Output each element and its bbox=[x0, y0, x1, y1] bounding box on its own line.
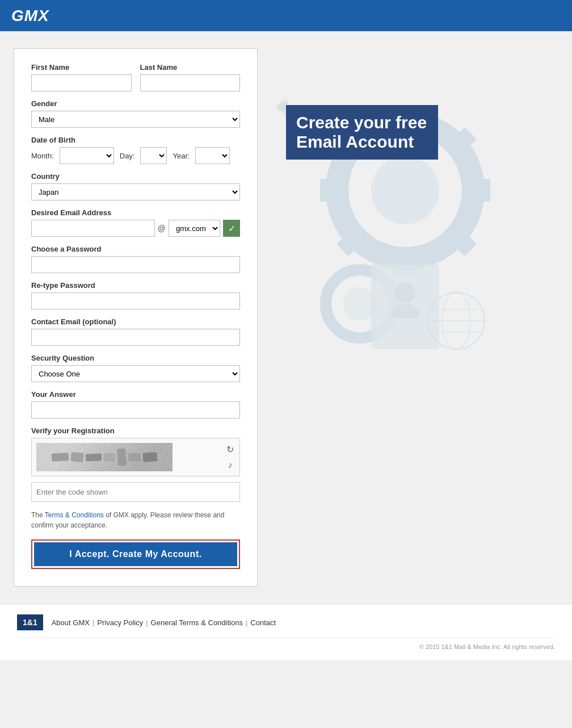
email-domain-select[interactable]: gmx.com gmx.net gmx.us bbox=[169, 220, 220, 237]
promo-decoration bbox=[258, 48, 513, 389]
dob-group: Date of Birth Month: JanuaryFebruaryMarc… bbox=[31, 136, 240, 164]
last-name-group: Last Name bbox=[140, 63, 241, 91]
gender-select[interactable]: Male Female bbox=[31, 111, 240, 128]
contact-email-group: Contact Email (optional) bbox=[31, 317, 240, 346]
registration-form: First Name Last Name Gender Male Female … bbox=[14, 48, 258, 587]
dob-row: Month: JanuaryFebruaryMarch AprilMayJune… bbox=[31, 147, 240, 164]
promo-text-box: Create your free Email Account bbox=[286, 105, 438, 160]
svg-rect-5 bbox=[470, 179, 490, 202]
promo-line2: Email Account bbox=[296, 132, 427, 152]
email-row: @ gmx.com gmx.net gmx.us ✓ bbox=[31, 220, 240, 237]
security-label: Security Question bbox=[31, 354, 240, 362]
retype-password-input[interactable] bbox=[31, 292, 240, 309]
captcha-controls: ↻ ♪ bbox=[225, 443, 235, 471]
contact-label: Contact Email (optional) bbox=[31, 317, 240, 326]
retype-password-group: Re-type Password bbox=[31, 281, 240, 309]
gender-group: Gender Male Female bbox=[31, 99, 240, 128]
checkmark-icon: ✓ bbox=[228, 223, 235, 234]
first-name-input[interactable] bbox=[31, 74, 132, 91]
first-name-group: First Name bbox=[31, 63, 132, 91]
dob-label: Date of Birth bbox=[31, 136, 240, 144]
password-group: Choose a Password bbox=[31, 245, 240, 273]
dob-year-select[interactable]: 1990199119921993 1994199519961997 199819… bbox=[195, 147, 230, 164]
contact-email-input[interactable] bbox=[31, 329, 240, 346]
name-row: First Name Last Name bbox=[31, 63, 240, 91]
country-group: Country Japan United States United Kingd… bbox=[31, 172, 240, 200]
submit-button[interactable]: I Accept. Create My Account. bbox=[34, 542, 237, 566]
header: GMX bbox=[0, 0, 572, 31]
dob-month-label: Month: bbox=[31, 152, 54, 160]
terms-link[interactable]: Terms & Conditions bbox=[45, 511, 104, 519]
verify-group: Verify your Registration bbox=[31, 426, 240, 502]
email-input[interactable] bbox=[31, 220, 155, 237]
gender-label: Gender bbox=[31, 99, 240, 108]
privacy-link[interactable]: Privacy Policy bbox=[97, 618, 143, 627]
email-check-button[interactable]: ✓ bbox=[223, 220, 240, 237]
captcha-refresh-button[interactable]: ↻ bbox=[225, 443, 235, 456]
terms-text: The Terms & Conditions of GMX apply. Ple… bbox=[31, 510, 240, 530]
last-name-input[interactable] bbox=[140, 74, 241, 91]
svg-rect-4 bbox=[320, 179, 340, 202]
terms-link[interactable]: General Terms & Conditions bbox=[151, 618, 243, 627]
country-select[interactable]: Japan United States United Kingdom Germa… bbox=[31, 183, 240, 200]
email-label: Desired Email Address bbox=[31, 208, 240, 217]
dob-year-label: Year: bbox=[173, 152, 190, 160]
gmx-logo: GMX bbox=[11, 7, 49, 25]
captcha-input[interactable] bbox=[31, 482, 240, 502]
captcha-box: ↻ ♪ bbox=[31, 438, 240, 476]
footer-copyright: © 2015 1&1 Mail & Media Inc. All rights … bbox=[17, 637, 555, 650]
contact-link[interactable]: Contact bbox=[250, 618, 276, 627]
promo-area: Create your free Email Account bbox=[258, 48, 558, 587]
captcha-image bbox=[36, 443, 173, 471]
security-question-group: Security Question Choose One What is you… bbox=[31, 354, 240, 382]
password-label: Choose a Password bbox=[31, 245, 240, 253]
answer-input[interactable] bbox=[31, 401, 240, 419]
last-name-label: Last Name bbox=[140, 63, 241, 72]
at-sign: @ bbox=[158, 224, 166, 233]
retype-label: Re-type Password bbox=[31, 281, 240, 290]
password-input[interactable] bbox=[31, 256, 240, 273]
verify-label: Verify your Registration bbox=[31, 426, 240, 435]
first-name-label: First Name bbox=[31, 63, 132, 72]
dob-day-select[interactable]: 12345 678910 1520253031 bbox=[140, 147, 167, 164]
footer: 1&1 About GMX | Privacy Policy | General… bbox=[0, 604, 572, 660]
svg-point-14 bbox=[395, 282, 415, 303]
about-link[interactable]: About GMX bbox=[52, 618, 90, 627]
submit-button-wrapper: I Accept. Create My Account. bbox=[31, 539, 240, 569]
promo-line1: Create your free bbox=[296, 113, 427, 132]
answer-group: Your Answer bbox=[31, 390, 240, 419]
email-group: Desired Email Address @ gmx.com gmx.net … bbox=[31, 208, 240, 237]
security-question-select[interactable]: Choose One What is your mother's maiden … bbox=[31, 365, 240, 382]
footer-brand: 1&1 bbox=[17, 614, 43, 630]
footer-links: About GMX | Privacy Policy | General Ter… bbox=[52, 618, 276, 627]
footer-top: 1&1 About GMX | Privacy Policy | General… bbox=[17, 614, 555, 630]
svg-point-1 bbox=[371, 156, 439, 224]
answer-label: Your Answer bbox=[31, 390, 240, 399]
dob-day-label: Day: bbox=[120, 152, 135, 160]
dob-month-select[interactable]: JanuaryFebruaryMarch AprilMayJune JulyAu… bbox=[60, 147, 114, 164]
main-content: First Name Last Name Gender Male Female … bbox=[2, 48, 570, 587]
country-label: Country bbox=[31, 172, 240, 181]
captcha-audio-button[interactable]: ♪ bbox=[227, 459, 234, 471]
